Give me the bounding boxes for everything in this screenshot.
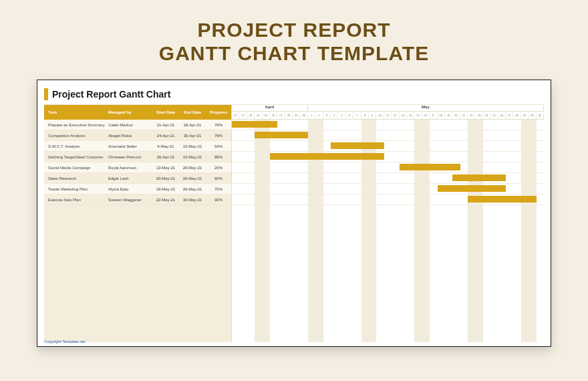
cell-start: 20-May-21 [152, 176, 179, 180]
day-label: 16 [422, 112, 430, 119]
gantt-bar [232, 121, 277, 128]
cell-task: Tweak Marketing Plan [44, 187, 108, 191]
cell-start: 18-May-21 [152, 187, 179, 191]
day-label: 17 [430, 112, 437, 119]
chart-area [232, 120, 544, 342]
day-label: 19 [445, 112, 452, 119]
cell-end: 26-May-21 [179, 176, 206, 180]
day-label: 23 [247, 112, 255, 119]
month-label: May [308, 105, 544, 111]
day-label: 8 [361, 112, 369, 119]
cell-progress: 54% [206, 144, 231, 148]
day-label: 29 [293, 112, 300, 119]
gantt-row [232, 120, 544, 130]
cell-manager: Alycia Earp [108, 187, 152, 191]
cell-manager: Sueann Waggoner [108, 198, 152, 202]
cell-progress: 88% [206, 155, 231, 159]
day-label: 28 [513, 112, 521, 119]
day-label: 12 [392, 112, 399, 119]
sheet-title-row: Project Report Gantt Chart [44, 88, 544, 100]
gantt-row [232, 141, 544, 152]
day-label: 3 [323, 112, 331, 119]
cell-end: 30-May-21 [179, 198, 206, 202]
page-title: PROJECT REPORT GANTT CHART TEMPLATE [159, 19, 429, 65]
gantt-row [232, 195, 544, 205]
day-label: 15 [414, 112, 422, 119]
day-label: 7 [353, 112, 361, 119]
cell-end: 26-May-21 [179, 187, 206, 191]
col-header-start: Start Date [152, 110, 179, 114]
cell-start: 4-May-21 [152, 144, 179, 148]
cell-task: Sales Research [44, 176, 108, 180]
gantt-bar [438, 185, 506, 192]
copyright-link[interactable]: Copyright Template.net [44, 340, 86, 344]
table-row: Execute New PlanSueann Waggoner22-May-21… [44, 195, 231, 205]
col-header-end: End Date [179, 110, 206, 114]
cell-task: Prepare an Executive Summary [44, 123, 108, 127]
day-label: 6 [346, 112, 353, 119]
gantt-grid: Task Managed by Start Date End Date Prog… [44, 104, 544, 342]
day-label: 31 [537, 112, 544, 119]
gantt-chart: AprilMay 2122232425262728293012345678910… [231, 105, 544, 342]
table-row: Sales ResearchEdgar Lash20-May-2126-May-… [44, 173, 231, 184]
day-label: 11 [384, 112, 392, 119]
day-label: 9 [369, 112, 376, 119]
cell-task: Defining Target/Ideal Customer [44, 155, 108, 159]
cell-progress: 60% [206, 176, 231, 180]
hero-line-2: GANTT CHART TEMPLATE [159, 42, 429, 66]
day-label: 27 [506, 112, 513, 119]
cell-progress: 78% [206, 134, 231, 138]
task-table-header: Task Managed by Start Date End Date Prog… [44, 105, 231, 120]
day-label: 4 [331, 112, 338, 119]
day-row: 2122232425262728293012345678910111213141… [232, 112, 544, 120]
day-label: 1 [308, 112, 315, 119]
day-label: 30 [301, 112, 308, 119]
month-row: AprilMay [232, 105, 544, 112]
cell-progress: 78% [206, 123, 231, 127]
cell-start: 13-May-21 [152, 166, 179, 170]
gantt-row [232, 184, 544, 195]
day-label: 25 [490, 112, 498, 119]
cell-task: S.W.O.T. Analysis [44, 144, 108, 148]
table-row: Prepare an Executive SummaryCaleb Markus… [44, 120, 231, 130]
day-label: 10 [376, 112, 384, 119]
day-label: 24 [483, 112, 490, 119]
cell-start: 21-Apr-21 [152, 123, 179, 127]
cell-start: 24-Apr-21 [152, 134, 179, 138]
cell-task: Social Media Campaign [44, 166, 108, 170]
cell-end: 10-May-21 [179, 155, 206, 159]
cell-progress: 70% [206, 187, 231, 191]
gantt-bar [400, 164, 460, 170]
cell-end: 30-Apr-21 [179, 134, 206, 138]
cell-manager: Caleb Markus [108, 123, 152, 127]
cell-progress: 30% [206, 198, 231, 202]
table-row: Social Media CampaignRoyal Aaronson13-Ma… [44, 162, 231, 173]
day-label: 30 [529, 112, 536, 119]
gantt-row [232, 162, 544, 173]
cell-task: Execute New Plan [44, 198, 108, 202]
cell-manager: Edgar Lash [108, 176, 152, 180]
gantt-row [232, 152, 544, 162]
spreadsheet-card: Project Report Gantt Chart Task Managed … [37, 80, 551, 347]
hero-line-1: PROJECT REPORT [159, 19, 429, 42]
day-label: 25 [263, 112, 270, 119]
day-label: 14 [407, 112, 414, 119]
cell-end: 10-May-21 [179, 144, 206, 148]
gantt-row [232, 130, 544, 141]
day-label: 29 [521, 112, 529, 119]
sheet-title: Project Report Gantt Chart [52, 89, 170, 100]
cell-start: 22-May-21 [152, 198, 179, 202]
gantt-row [232, 173, 544, 184]
gantt-bar [270, 153, 384, 160]
day-label: 27 [277, 112, 285, 119]
cell-manager: Abigail Rubio [108, 134, 152, 138]
day-label: 18 [438, 112, 445, 119]
day-label: 26 [498, 112, 506, 119]
day-label: 22 [468, 112, 475, 119]
day-label: 2 [315, 112, 323, 119]
day-label: 5 [338, 112, 345, 119]
month-label: April [232, 105, 308, 111]
cell-progress: 20% [206, 166, 231, 170]
cell-end: 20-May-21 [179, 166, 206, 170]
task-table-body: Prepare an Executive SummaryCaleb Markus… [44, 120, 231, 205]
